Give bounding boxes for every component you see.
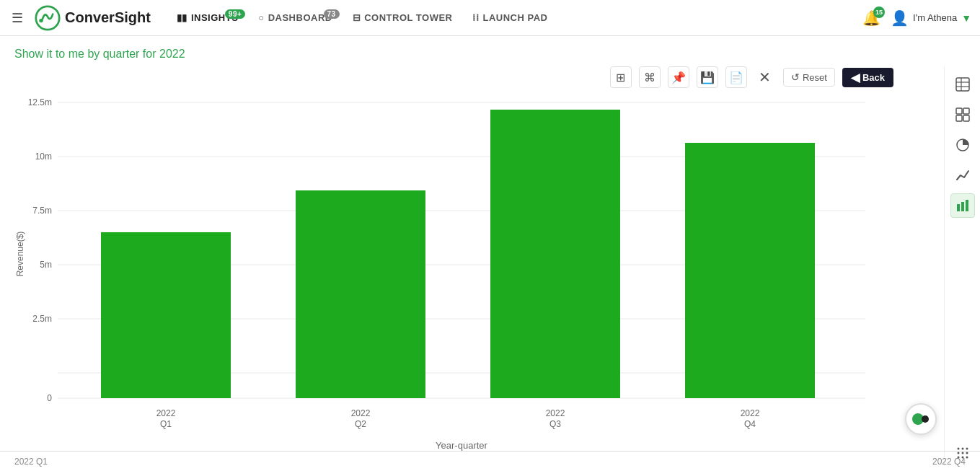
range-start: 2022 Q1 [14, 457, 48, 467]
back-label: Back [862, 72, 885, 83]
insights-chart-icon: ▮▮ [177, 12, 187, 23]
bar-q2[interactable] [296, 190, 425, 398]
svg-rect-34 [957, 204, 960, 211]
bar-q1[interactable] [101, 232, 231, 398]
query-highlight: 2022 [159, 48, 185, 60]
dashboard-badge: 73 [324, 9, 340, 19]
svg-text:10m: 10m [35, 151, 52, 162]
save-icon-button[interactable]: 💾 [697, 66, 718, 88]
sidebar-bar-chart-icon[interactable] [950, 193, 975, 218]
chat-fab-button[interactable] [905, 403, 937, 435]
query-text: Show it to me by quarter for 2022 [14, 48, 185, 60]
svg-text:Q1: Q1 [160, 419, 172, 429]
svg-text:Year-quarter: Year-quarter [436, 440, 487, 451]
svg-rect-31 [956, 115, 962, 121]
svg-point-1 [39, 18, 43, 22]
insights-badge: 99+ [225, 9, 245, 19]
user-icon: 👤 [891, 9, 909, 27]
svg-point-39 [966, 448, 968, 450]
nav-bar: ▮▮ INSIGHTS 99+ ○ DASHBOARD 73 ⊟ CONTROL… [168, 8, 854, 27]
dashboard-icon: ○ [258, 12, 264, 23]
bar-q4[interactable] [685, 143, 815, 398]
logo-text: ConverSight [65, 9, 151, 26]
notification-button[interactable]: 🔔 15 [862, 9, 880, 27]
query-prefix: Show it to me by quarter for [14, 48, 159, 60]
bottom-bar: 2022 Q1 2022 Q4 [0, 451, 980, 471]
svg-text:7.5m: 7.5m [32, 206, 52, 216]
svg-text:Revenue($): Revenue($) [15, 232, 25, 277]
svg-text:Q2: Q2 [355, 419, 366, 429]
svg-text:0: 0 [47, 393, 52, 403]
nav-item-dashboard[interactable]: ○ DASHBOARD 73 [250, 8, 340, 27]
svg-text:2022: 2022 [156, 408, 176, 418]
launch-pad-icon: ⁞⁞ [472, 12, 479, 23]
svg-text:Q4: Q4 [744, 419, 756, 429]
svg-point-38 [961, 448, 963, 450]
close-button[interactable]: ✕ [754, 66, 776, 88]
sidebar-line-chart-icon[interactable] [950, 163, 975, 188]
svg-rect-29 [956, 108, 962, 114]
reset-label: Reset [803, 72, 827, 83]
reset-button[interactable]: ↺ Reset [783, 68, 835, 87]
svg-text:12.5m: 12.5m [28, 97, 52, 107]
svg-text:2.5m: 2.5m [32, 314, 52, 324]
chat-icon [911, 409, 931, 429]
document-icon-button[interactable]: 📄 [725, 66, 747, 88]
chart-toolbar: ⊞ ⌘ 📌 💾 📄 ✕ ↺ Reset ◀ Back [610, 66, 893, 88]
chevron-down-icon: ▼ [961, 12, 971, 24]
share-icon-button[interactable]: ⌘ [639, 66, 661, 88]
svg-point-37 [957, 448, 959, 450]
svg-text:2022: 2022 [351, 408, 371, 418]
logo: ConverSight [35, 5, 151, 31]
chart-area: 12.5m 10m 7.5m 5m 2.5m 0 Revenue($) 2022 [14, 95, 930, 459]
hamburger-button[interactable]: ☰ [9, 7, 26, 29]
svg-text:5m: 5m [40, 260, 52, 270]
svg-rect-25 [956, 78, 969, 91]
user-menu[interactable]: 👤 I'm Athena ▼ [891, 9, 971, 27]
hamburger-icon: ☰ [12, 11, 23, 25]
svg-text:2022: 2022 [741, 408, 760, 418]
bar-q3[interactable] [490, 110, 620, 398]
notification-badge: 15 [873, 6, 885, 18]
svg-text:Q3: Q3 [549, 419, 561, 429]
logo-icon [35, 5, 61, 31]
copy-icon-button[interactable]: ⊞ [610, 66, 632, 88]
control-tower-icon: ⊟ [353, 12, 361, 23]
sidebar-grid-icon[interactable] [950, 102, 975, 127]
svg-text:2022: 2022 [546, 408, 565, 418]
main-content: ⊞ ⌘ 📌 💾 📄 ✕ ↺ Reset ◀ Back [0, 66, 980, 465]
svg-rect-35 [961, 202, 964, 211]
range-end: 2022 Q4 [932, 457, 966, 467]
header: ☰ ConverSight ▮▮ INSIGHTS 99+ ○ DASHBOAR… [0, 0, 980, 36]
chart-container: ⊞ ⌘ 📌 💾 📄 ✕ ↺ Reset ◀ Back [0, 66, 944, 465]
nav-item-launch-pad[interactable]: ⁞⁞ LAUNCH PAD [464, 8, 556, 27]
sidebar-table-full-icon[interactable] [950, 72, 975, 97]
svg-rect-36 [966, 200, 968, 211]
nav-item-insights[interactable]: ▮▮ INSIGHTS 99+ [168, 8, 247, 27]
svg-rect-30 [963, 108, 969, 114]
nav-item-control-tower[interactable]: ⊟ CONTROL TOWER [344, 8, 462, 27]
pin-icon-button[interactable]: 📌 [668, 66, 689, 88]
reset-icon: ↺ [791, 71, 800, 83]
range-bar: 2022 Q1 2022 Q4 [14, 457, 966, 467]
bar-chart: 12.5m 10m 7.5m 5m 2.5m 0 Revenue($) 2022 [14, 95, 894, 456]
query-bar: Show it to me by quarter for 2022 [0, 36, 980, 66]
svg-rect-32 [963, 115, 969, 121]
svg-point-47 [922, 415, 929, 423]
sidebar-pie-icon[interactable] [950, 133, 975, 157]
back-arrow-icon: ◀ [851, 71, 860, 84]
back-button[interactable]: ◀ Back [842, 68, 893, 87]
user-label: I'm Athena [913, 12, 957, 23]
header-right: 🔔 15 👤 I'm Athena ▼ [862, 9, 971, 27]
right-sidebar: Feedback [944, 66, 980, 465]
